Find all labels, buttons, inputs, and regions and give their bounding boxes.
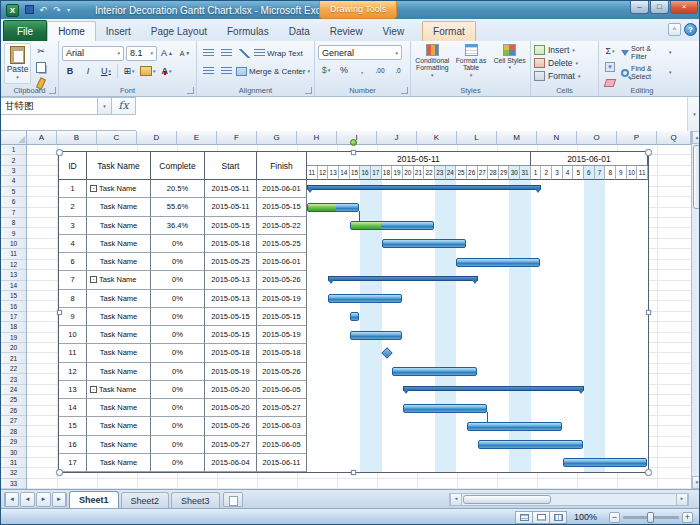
selection-handle-nw[interactable] [56,149,63,156]
row-header-12[interactable]: 12 [1,260,26,270]
zoom-slider-thumb[interactable] [647,512,654,523]
increase-decimal-button[interactable]: .00 [372,62,388,78]
rotation-handle[interactable] [350,139,357,146]
column-header-J[interactable]: J [377,131,417,145]
gantt-task-bar[interactable] [307,203,359,212]
scroll-left-button[interactable]: ◄ [450,494,462,505]
bold-button[interactable]: B [62,63,78,79]
sort-filter-button[interactable]: Sort & Filter▾ [621,43,672,63]
row-header-5[interactable]: 5 [1,187,26,197]
autosum-button[interactable]: Σ▾ [602,43,618,59]
row-header-31[interactable]: 31 [1,458,26,468]
number-format-combo[interactable]: General▾ [318,45,402,60]
column-header-K[interactable]: K [417,131,457,145]
row-header-21[interactable]: 21 [1,353,26,363]
row-header-14[interactable]: 14 [1,281,26,291]
undo-button[interactable]: ↶ [36,3,50,17]
sheet-tab-sheet3[interactable]: Sheet3 [171,492,220,508]
next-sheet-button[interactable]: ► [36,492,51,507]
close-button[interactable]: × [670,1,698,14]
minimize-button[interactable]: – [630,1,649,14]
page-layout-view-button[interactable] [532,511,550,524]
horizontal-scrollbar[interactable]: ◄ ► [449,493,689,506]
selection-handle-ne[interactable] [645,149,652,156]
row-header-23[interactable]: 23 [1,374,26,384]
zoom-level[interactable]: 100% [574,512,597,522]
gantt-milestone[interactable] [381,348,392,359]
borders-button[interactable]: ⊞▾ [121,63,137,79]
find-select-button[interactable]: Find & Select▾ [621,63,672,83]
align-left-button[interactable] [200,63,216,79]
row-header-17[interactable]: 17 [1,312,26,322]
ribbon-tab-home[interactable]: Home [47,21,96,41]
zoom-out-button[interactable]: − [609,512,620,523]
scroll-up-button[interactable]: ▲ [692,131,700,144]
row-header-9[interactable]: 9 [1,228,26,238]
conditional-formatting-button[interactable]: Conditional Formatting▾ [414,43,451,86]
row-header-3[interactable]: 3 [1,166,26,176]
name-box[interactable]: 甘特图 [1,97,98,115]
selection-handle-se[interactable] [645,469,652,476]
row-header-29[interactable]: 29 [1,437,26,447]
select-all-button[interactable] [1,131,27,145]
column-header-C[interactable]: C [97,131,137,145]
name-box-dropdown[interactable]: ▾ [98,97,112,115]
column-header-I[interactable]: I [337,131,377,145]
gantt-task-bar[interactable] [403,404,487,413]
font-dialog-launcher[interactable] [187,87,194,94]
ribbon-tab-page-layout[interactable]: Page Layout [141,22,217,41]
selection-handle-s[interactable] [351,470,356,475]
row-header-30[interactable]: 30 [1,447,26,457]
gantt-task-bar[interactable] [382,239,466,248]
scroll-down-button[interactable]: ▼ [692,476,700,489]
scroll-right-button[interactable]: ► [676,494,688,505]
font-color-button[interactable]: A▾ [159,63,175,79]
page-break-view-button[interactable] [549,511,567,524]
row-header-32[interactable]: 32 [1,468,26,478]
column-header-E[interactable]: E [177,131,217,145]
collapse-box-icon[interactable]: - [90,276,97,283]
ribbon-tab-review[interactable]: Review [320,22,373,41]
ribbon-tab-format[interactable]: Format [422,21,476,41]
row-header-4[interactable]: 4 [1,176,26,186]
clipboard-dialog-launcher[interactable] [49,87,56,94]
sheet-tab-sheet1[interactable]: Sheet1 [69,491,119,508]
expand-formula-bar-button[interactable]: ▾ [687,97,700,131]
orientation-button[interactable] [236,45,252,61]
first-sheet-button[interactable]: ◄ [4,492,19,507]
horizontal-scrollbar-thumb[interactable] [463,495,551,504]
insert-worksheet-button[interactable] [223,492,243,507]
collapse-box-icon[interactable]: - [90,386,97,393]
decrease-decimal-button[interactable]: .0 [390,62,406,78]
shrink-font-button[interactable]: A▼ [177,45,193,61]
sheet-grid[interactable]: IDTask NameCompleteStartFinish2015-05-11… [1,145,691,489]
wrap-text-button[interactable]: Wrap Text [254,49,303,58]
comma-style-button[interactable]: , [354,62,370,78]
row-header-26[interactable]: 26 [1,406,26,416]
insert-function-button[interactable]: fx [112,97,136,115]
italic-button[interactable]: I [80,63,96,79]
row-header-33[interactable]: 33 [1,479,26,489]
selection-handle-n[interactable] [351,150,356,155]
ribbon-tab-view[interactable]: View [373,22,415,41]
ribbon-tab-formulas[interactable]: Formulas [217,22,279,41]
ribbon-tab-data[interactable]: Data [279,22,320,41]
number-dialog-launcher[interactable] [401,87,408,94]
fill-color-button[interactable]: ▾ [139,63,157,79]
font-size-combo[interactable]: 8.1▾ [126,46,157,61]
column-header-Q[interactable]: Q [657,131,691,145]
align-center-button[interactable] [218,63,234,79]
cell-styles-button[interactable]: Cell Styles▾ [491,43,528,86]
column-header-B[interactable]: B [57,131,97,145]
row-header-11[interactable]: 11 [1,249,26,259]
collapse-box-icon[interactable]: - [90,185,97,192]
gantt-summary-bar[interactable] [403,386,584,391]
percent-style-button[interactable]: % [336,62,352,78]
underline-button[interactable]: U▾ [98,63,114,79]
zoom-slider-track[interactable] [623,516,679,519]
column-header-M[interactable]: M [497,131,537,145]
alignment-dialog-launcher[interactable] [305,87,312,94]
minimize-ribbon-button[interactable]: ^ [668,23,681,36]
row-header-6[interactable]: 6 [1,197,26,207]
accounting-format-button[interactable]: $▾ [318,62,334,78]
